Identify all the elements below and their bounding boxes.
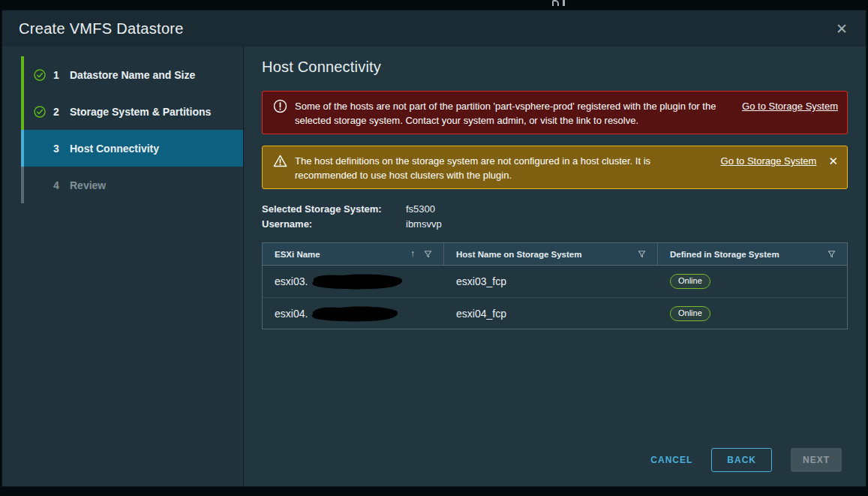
step-storage-system-partitions[interactable]: 2 Storage System & Partitions [21, 93, 243, 130]
next-button[interactable]: NEXT [791, 448, 842, 472]
host-connectivity-table: ESXi Name ↑ Host Name on Storage System [262, 242, 848, 329]
exclamation-triangle-icon [273, 154, 287, 168]
step-review[interactable]: 4 Review [21, 167, 243, 203]
host-name-cell: esxi04_fcp [444, 298, 658, 329]
warning-alert: The host definitions on the storage syst… [262, 146, 848, 189]
column-label: Defined in Storage System [670, 250, 779, 259]
dialog-body: 1 Datastore Name and Size 2 Storage Syst… [2, 47, 866, 486]
warning-alert-text: The host definitions on the storage syst… [295, 152, 710, 182]
esxi-name-cell: esxi03. [263, 266, 444, 297]
column-header-host-name[interactable]: Host Name on Storage System [444, 243, 658, 265]
column-label: Host Name on Storage System [456, 250, 581, 259]
column-label: ESXi Name [275, 250, 320, 259]
exclamation-circle-icon [273, 99, 287, 113]
dialog-header: Create VMFS Datastore ✕ [2, 11, 866, 47]
table-header: ESXi Name ↑ Host Name on Storage System [263, 243, 847, 266]
status-badge: Online [670, 274, 710, 289]
step-label: Datastore Name and Size [70, 69, 195, 81]
check-circle-icon [34, 106, 46, 118]
main-panel: Host Connectivity Some of the hosts are … [244, 47, 866, 486]
step-number: 3 [52, 143, 61, 155]
status-cell: Online [658, 266, 847, 297]
filter-icon[interactable] [424, 250, 432, 258]
page-title: Host Connectivity [262, 59, 848, 76]
esxi-name-text: esxi03. [275, 275, 308, 287]
step-label: Review [70, 179, 106, 191]
esxi-name-text: esxi04. [275, 308, 308, 320]
status-cell: Online [658, 298, 847, 329]
screen: Create VMFS Datastore ✕ 1 Datastore Name… [0, 0, 868, 496]
go-to-storage-system-link[interactable]: Go to Storage System [742, 98, 838, 113]
back-button[interactable]: BACK [711, 448, 772, 472]
field-label: Username: [262, 217, 406, 232]
filter-icon[interactable] [827, 250, 836, 258]
redaction-mark [309, 273, 405, 290]
table-row: esxi04. esxi04_fcp Online [263, 297, 847, 329]
cancel-button[interactable]: CANCEL [650, 455, 692, 465]
field-row: Selected Storage System: fs5300 [262, 202, 848, 217]
step-label: Storage System & Partitions [70, 106, 211, 118]
sort-asc-icon: ↑ [410, 248, 415, 259]
error-alert-text: Some of the hosts are not part of the pa… [295, 98, 731, 128]
esxi-name-cell: esxi04. [263, 298, 444, 329]
step-label: Host Connectivity [70, 143, 159, 155]
step-number: 1 [52, 69, 61, 81]
check-circle-icon [34, 69, 46, 81]
close-icon[interactable]: ✕ [836, 22, 848, 36]
step-number: 2 [52, 106, 61, 118]
alert-close-icon[interactable]: ✕ [828, 152, 838, 168]
field-label: Selected Storage System: [262, 202, 406, 217]
host-name-cell: esxi03_fcp [444, 266, 658, 297]
create-vmfs-datastore-dialog: Create VMFS Datastore ✕ 1 Datastore Name… [2, 11, 866, 486]
column-header-defined-in-storage-system[interactable]: Defined in Storage System [658, 243, 847, 265]
redaction-mark [309, 305, 401, 322]
field-row: Username: ibmsvvp [262, 217, 848, 232]
column-header-esxi-name[interactable]: ESXi Name ↑ [263, 243, 444, 265]
summary-fields: Selected Storage System: fs5300 Username… [262, 202, 848, 232]
table-row: esxi03. esxi03_fcp Online [263, 266, 847, 297]
filter-icon[interactable] [638, 250, 646, 258]
username-value: ibmsvvp [406, 217, 442, 232]
wizard-steps: 1 Datastore Name and Size 2 Storage Syst… [2, 47, 244, 486]
step-datastore-name-and-size[interactable]: 1 Datastore Name and Size [21, 56, 243, 93]
selected-storage-system-value: fs5300 [406, 202, 435, 217]
step-host-connectivity[interactable]: 3 Host Connectivity [21, 130, 243, 167]
dialog-title: Create VMFS Datastore [19, 20, 184, 38]
step-number: 4 [52, 179, 61, 191]
go-to-storage-system-link[interactable]: Go to Storage System [721, 152, 817, 168]
footer-actions: CANCEL BACK NEXT [650, 448, 842, 472]
background-artifact [552, 0, 573, 6]
error-alert: Some of the hosts are not part of the pa… [262, 91, 848, 134]
status-badge: Online [670, 306, 710, 321]
